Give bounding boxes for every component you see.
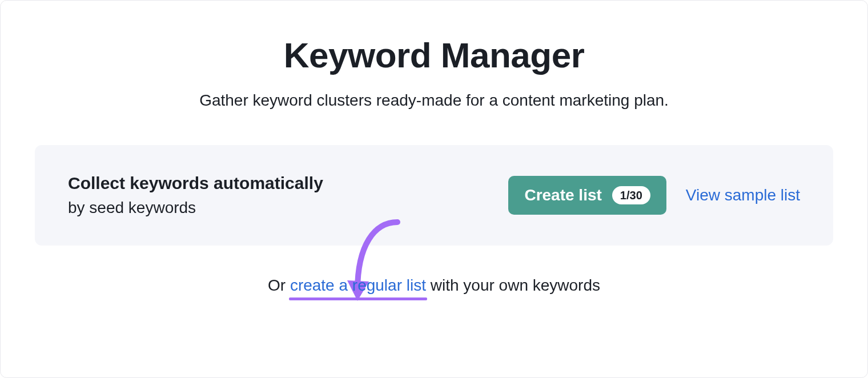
create-list-button-label: Create list [524,186,601,204]
collect-card-text: Collect keywords automatically by seed k… [68,174,323,217]
keyword-manager-panel: Keyword Manager Gather keyword clusters … [0,0,868,378]
view-sample-list-link[interactable]: View sample list [686,186,800,204]
page-title: Keyword Manager [1,35,867,75]
footer-prefix: Or [268,276,290,294]
collect-card-subheading: by seed keywords [68,199,323,217]
create-regular-list-link[interactable]: create a regular list [290,276,426,295]
collect-card-actions: Create list 1/30 View sample list [508,176,800,215]
collect-card: Collect keywords automatically by seed k… [35,145,833,246]
collect-card-heading: Collect keywords automatically [68,174,323,193]
footer-suffix: with your own keywords [426,276,600,294]
page-subtitle: Gather keyword clusters ready-made for a… [1,91,867,110]
create-list-count-badge: 1/30 [612,186,650,204]
create-list-button[interactable]: Create list 1/30 [508,176,666,215]
footer-text: Or create a regular list with your own k… [1,276,867,295]
